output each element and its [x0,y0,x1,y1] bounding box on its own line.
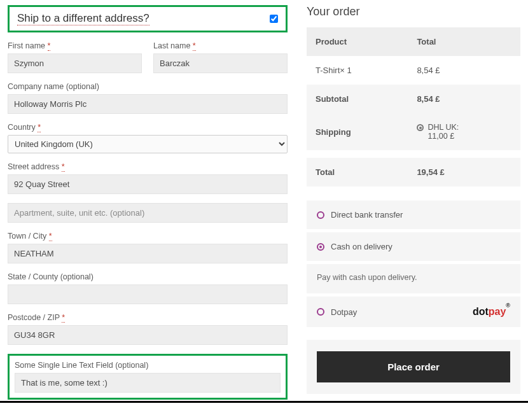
country-select[interactable]: United Kingdom (UK) [8,135,288,153]
city-input[interactable] [8,244,288,263]
last-name-input[interactable] [153,53,288,73]
total-label: Total [307,158,408,186]
payment-option-dotpay[interactable]: Dotpay dotpay® [307,297,520,327]
order-item-total: 8,54 £ [408,56,520,85]
ship-different-label: Ship to a different address? [17,12,149,25]
company-input[interactable] [8,94,288,114]
postcode-label: Postcode / ZIP * [8,313,288,322]
subtotal-label: Subtotal [307,85,408,113]
col-total: Total [408,27,520,56]
city-label: Town / City * [8,232,288,241]
state-label: State / County (optional) [8,272,288,281]
payment-label: Direct bank transfer [331,210,403,220]
order-summary-table: Product Total T-Shirt× 1 8,54 £ Subtotal… [307,27,520,186]
shipping-radio-icon [417,124,424,131]
shipping-option[interactable]: DHL UK:11,00 £ [408,113,520,150]
custom-field-highlight: Some Single Line Text Field (optional) [8,354,288,400]
payment-cod-description: Pay with cash upon delivery. [307,264,520,297]
col-product: Product [307,27,408,56]
your-order-heading: Your order [307,5,520,18]
subtotal-value: 8,54 £ [408,85,520,113]
payment-option-bacs[interactable]: Direct bank transfer [307,200,520,232]
payment-methods: Direct bank transfer Cash on delivery Pa… [307,200,520,327]
street-label: Street address * [8,162,288,171]
company-label: Company name (optional) [8,82,288,91]
country-label: Country * [8,123,288,132]
first-name-input[interactable] [8,53,142,73]
street2-input[interactable] [8,203,288,223]
state-input[interactable] [8,284,288,304]
order-item-name: T-Shirt× 1 [307,56,408,85]
postcode-input[interactable] [8,325,288,345]
payment-label: Cash on delivery [331,242,393,251]
dotpay-logo-icon: dotpay® [473,306,510,318]
place-order-button[interactable]: Place order [317,351,510,382]
first-name-label: First name * [8,41,142,50]
last-name-label: Last name * [153,41,288,50]
shipping-label: Shipping [307,113,408,150]
radio-icon [317,308,324,316]
total-value: 19,54 £ [408,158,520,186]
custom-field-label: Some Single Line Text Field (optional) [15,361,281,370]
order-item-row: T-Shirt× 1 8,54 £ [307,56,520,85]
radio-icon [317,211,324,219]
ship-different-heading[interactable]: Ship to a different address? [8,5,288,32]
street1-input[interactable] [8,174,288,194]
payment-option-cod[interactable]: Cash on delivery [307,232,520,264]
radio-icon [317,243,324,251]
payment-label: Dotpay [331,307,357,317]
ship-different-checkbox[interactable] [270,15,278,23]
custom-field-input[interactable] [15,373,281,393]
